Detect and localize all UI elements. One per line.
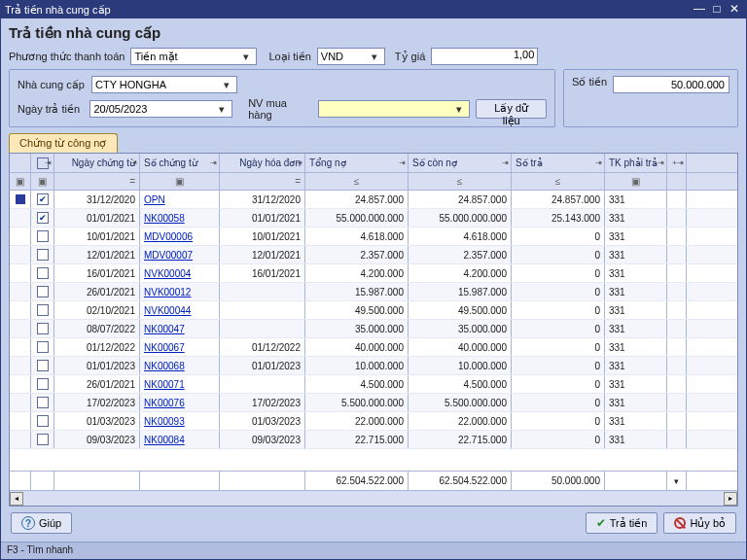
row-checkbox[interactable] bbox=[37, 360, 49, 371]
col-rowselector[interactable] bbox=[10, 154, 31, 172]
row-checkbox[interactable] bbox=[37, 267, 49, 279]
cell-account: 331 bbox=[605, 246, 667, 263]
row-checkbox[interactable]: ✔ bbox=[37, 193, 49, 205]
cell-doc-no[interactable]: NVK00012 bbox=[140, 283, 220, 300]
cell-invoice-date bbox=[220, 283, 305, 300]
row-checkbox[interactable] bbox=[37, 230, 49, 242]
cell-doc-no[interactable]: NK00068 bbox=[140, 357, 220, 374]
col-account[interactable]: TK phải trả⇥ bbox=[605, 154, 667, 172]
cell-doc-date: 26/01/2021 bbox=[54, 375, 140, 393]
row-checkbox[interactable] bbox=[37, 434, 49, 445]
cell-total-debt: 55.000.000.000 bbox=[305, 209, 409, 227]
table-row[interactable]: ✔01/01/2021NK0005801/01/202155.000.000.0… bbox=[10, 209, 737, 228]
horizontal-scrollbar[interactable]: ◂ ▸ bbox=[10, 490, 737, 506]
cell-doc-no[interactable]: NK00067 bbox=[140, 338, 220, 356]
cell-total-debt: 4.500.000 bbox=[305, 375, 409, 393]
table-row[interactable]: 01/01/2023NK0006801/01/202310.000.00010.… bbox=[10, 357, 737, 375]
table-row[interactable]: 10/01/2021MDV0000610/01/20214.618.0004.6… bbox=[10, 228, 737, 246]
cell-account: 331 bbox=[605, 209, 667, 227]
filter-op[interactable]: ≤ bbox=[409, 173, 512, 190]
row-checkbox[interactable] bbox=[37, 378, 49, 390]
table-row[interactable]: 08/07/2022NK0004735.000.00035.000.000033… bbox=[10, 320, 737, 338]
row-checkbox[interactable]: ✔ bbox=[37, 212, 49, 224]
close-icon[interactable]: ✕ bbox=[727, 3, 742, 17]
cell-pay: 0 bbox=[512, 394, 605, 411]
col-remain-debt[interactable]: Số còn nợ⇥ bbox=[409, 154, 512, 172]
cell-doc-no[interactable]: NVK00044 bbox=[140, 301, 220, 319]
row-checkbox[interactable] bbox=[37, 249, 49, 261]
table-row[interactable]: ✔31/12/2020OPN31/12/202024.857.00024.857… bbox=[10, 191, 737, 209]
pay-date-input[interactable]: 20/05/2023 ▾ bbox=[89, 100, 232, 118]
row-checkbox[interactable] bbox=[37, 397, 49, 408]
scroll-right-icon[interactable]: ▸ bbox=[724, 492, 737, 506]
cell-invoice-date: 16/01/2021 bbox=[220, 264, 305, 282]
filter-op[interactable]: = bbox=[220, 173, 305, 190]
fetch-button[interactable]: Lấy dữ liệu bbox=[476, 99, 547, 119]
filter-op[interactable]: ▣ bbox=[140, 173, 220, 190]
tab-debt-docs[interactable]: Chứng từ công nợ bbox=[9, 133, 118, 153]
table-row[interactable]: 12/01/2021MDV0000712/01/20212.357.0002.3… bbox=[10, 246, 737, 264]
cell-doc-no[interactable]: NK00084 bbox=[140, 431, 220, 448]
cell-remain-debt: 49.500.000 bbox=[409, 301, 512, 319]
table-row[interactable]: 02/10/2021NVK0004449.500.00049.500.00003… bbox=[10, 301, 737, 320]
maximize-icon[interactable]: □ bbox=[709, 3, 725, 17]
table-row[interactable]: 26/01/2021NVK0001215.987.00015.987.00003… bbox=[10, 283, 737, 301]
chevron-down-icon[interactable]: ▾ bbox=[674, 476, 679, 486]
currency-value: VND bbox=[321, 51, 343, 62]
pay-button[interactable]: ✔ Trả tiền bbox=[586, 512, 658, 534]
table-row[interactable]: 01/12/2022NK0006701/12/202240.000.00040.… bbox=[10, 338, 737, 357]
filter-op[interactable]: ▣ bbox=[31, 173, 54, 190]
payment-method-select[interactable]: Tiền mặt ▾ bbox=[130, 48, 257, 65]
cancel-button[interactable]: Hủy bỏ bbox=[663, 512, 736, 534]
filter-op[interactable]: ▣ bbox=[605, 173, 667, 190]
row-checkbox[interactable] bbox=[37, 415, 49, 427]
cell-doc-date: 26/01/2021 bbox=[54, 283, 140, 300]
cell-remain-debt: 35.000.000 bbox=[409, 320, 512, 337]
cell-doc-no[interactable]: NVK00004 bbox=[140, 264, 220, 282]
table-row[interactable]: 01/03/2023NK0009301/03/202322.000.00022.… bbox=[10, 412, 737, 431]
col-total-debt[interactable]: Tổng nợ⇥ bbox=[305, 154, 409, 172]
filter-op[interactable]: ≤ bbox=[305, 173, 409, 190]
cell-pay: 0 bbox=[512, 375, 605, 393]
table-row[interactable]: 16/01/2021NVK0000416/01/20214.200.0004.2… bbox=[10, 264, 737, 283]
cell-pay: 0 bbox=[512, 228, 605, 245]
filter-row[interactable]: ▣ ▣ = ▣ = ≤ ≤ ≤ ▣ bbox=[10, 173, 737, 191]
col-checkbox[interactable]: ⇥ bbox=[31, 154, 54, 172]
col-pay[interactable]: Số trả⇥ bbox=[512, 154, 605, 172]
supplier-select[interactable]: CTY HONGHA ▾ bbox=[91, 76, 237, 93]
scroll-left-icon[interactable]: ◂ bbox=[10, 492, 23, 506]
cell-doc-no[interactable]: MDV00007 bbox=[140, 246, 220, 263]
row-checkbox[interactable] bbox=[37, 323, 49, 334]
pay-label: Trả tiền bbox=[610, 517, 648, 530]
payment-method-label: Phương thức thanh toán bbox=[9, 51, 124, 63]
currency-select[interactable]: VND ▾ bbox=[317, 48, 385, 65]
cell-doc-no[interactable]: NK00093 bbox=[140, 412, 220, 430]
filter-op[interactable]: ≤ bbox=[512, 173, 605, 190]
cell-doc-no[interactable]: NK00076 bbox=[140, 394, 220, 411]
cell-doc-no[interactable]: MDV00006 bbox=[140, 228, 220, 245]
cell-pay: 0 bbox=[512, 431, 605, 448]
filter-op[interactable]: = bbox=[54, 173, 140, 190]
amount-input[interactable]: 50.000.000 bbox=[613, 76, 729, 93]
cell-doc-no[interactable]: NK00047 bbox=[140, 320, 220, 337]
col-doc-no[interactable]: Số chứng từ⇥ bbox=[140, 154, 220, 172]
table-row[interactable]: 26/01/2021NK000714.500.0004.500.0000331 bbox=[10, 375, 737, 394]
cell-doc-no[interactable]: OPN bbox=[140, 191, 220, 208]
cell-total-debt: 22.000.000 bbox=[305, 412, 409, 430]
cell-doc-no[interactable]: NK00071 bbox=[140, 375, 220, 393]
purchaser-select[interactable]: ▾ bbox=[318, 100, 471, 118]
help-button[interactable]: ? Giúp bbox=[11, 512, 72, 534]
col-invoice-date[interactable]: Ngày hóa đơn⇥ bbox=[220, 154, 305, 172]
cell-doc-no[interactable]: NK00058 bbox=[140, 209, 220, 227]
row-checkbox[interactable] bbox=[37, 341, 49, 353]
table-row[interactable]: 17/02/2023NK0007617/02/20235.500.000.000… bbox=[10, 394, 737, 412]
minimize-icon[interactable]: — bbox=[692, 3, 707, 17]
table-row[interactable]: 09/03/2023NK0008409/03/202322.715.00022.… bbox=[10, 431, 737, 449]
filter-op[interactable]: ▣ bbox=[10, 173, 31, 190]
rate-input[interactable]: 1,00 bbox=[431, 48, 538, 65]
row-checkbox[interactable] bbox=[37, 304, 49, 316]
cell-total-debt: 35.000.000 bbox=[305, 320, 409, 337]
col-extra[interactable]: +⇥ bbox=[667, 154, 687, 172]
row-checkbox[interactable] bbox=[37, 286, 49, 298]
col-doc-date[interactable]: Ngày chứng từ⇥ bbox=[54, 154, 140, 172]
